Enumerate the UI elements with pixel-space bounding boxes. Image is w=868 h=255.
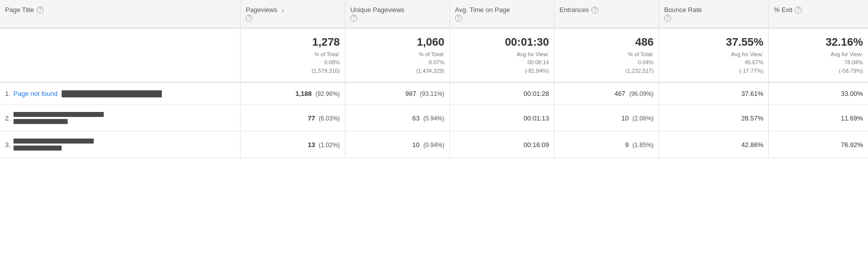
row-entrances-cell: 10 (2.06%) bbox=[554, 105, 659, 132]
row-title-cell: 3. bbox=[0, 132, 241, 158]
row-entrances-cell: 467 (96.09%) bbox=[554, 82, 659, 105]
row-bounce-cell: 42.86% bbox=[659, 132, 769, 158]
row-avgtime-cell: 00:16:09 bbox=[450, 132, 554, 158]
pageviews-value: 77 bbox=[308, 114, 315, 122]
summary-pageviews-cell: 1,278 % of Total: 0.08% (1,579,316) bbox=[241, 28, 345, 83]
row-exit-cell: 11.69% bbox=[769, 105, 868, 132]
row-unique-cell: 63 (5.94%) bbox=[345, 105, 450, 132]
avgtime-help-icon[interactable]: ? bbox=[455, 15, 462, 22]
col-entrances-label: Entrances bbox=[559, 6, 589, 14]
row-number: 1. bbox=[5, 90, 11, 97]
summary-avgtime-main: 00:01:30 bbox=[455, 36, 549, 49]
col-header-unique-pageviews: Unique Pageviews ? bbox=[345, 0, 450, 28]
entrances-pct: (1.85%) bbox=[632, 142, 654, 149]
row-unique-cell: 10 (0.94%) bbox=[345, 132, 450, 158]
bounce-help-icon[interactable]: ? bbox=[664, 15, 671, 22]
row-bounce-cell: 28.57% bbox=[659, 105, 769, 132]
summary-exit-main: 32.16% bbox=[774, 36, 863, 49]
table-row: 1.Page not found1,188 (92.96%)987 (93.11… bbox=[0, 82, 868, 105]
redacted-bar-1 bbox=[14, 139, 94, 144]
col-pageviews-label: Pageviews bbox=[246, 6, 277, 14]
pageviews-value: 13 bbox=[308, 141, 315, 149]
col-header-bounce-rate: Bounce Rate ? bbox=[659, 0, 769, 28]
pageviews-pct: (92.96%) bbox=[314, 90, 340, 97]
row-exit-cell: 76.92% bbox=[769, 132, 868, 158]
col-header-page-title: Page Title ? bbox=[0, 0, 241, 28]
summary-pageviews-sub: % of Total: 0.08% (1,579,316) bbox=[246, 50, 340, 75]
summary-unique-main: 1,060 bbox=[350, 36, 445, 49]
pageviews-pct: (1.02%) bbox=[317, 142, 340, 149]
exit-help-icon[interactable]: ? bbox=[795, 7, 802, 14]
summary-row: 1,278 % of Total: 0.08% (1,579,316) 1,06… bbox=[0, 28, 868, 83]
row-title-cell: 1.Page not found bbox=[0, 82, 241, 105]
pageviews-help-icon[interactable]: ? bbox=[246, 15, 253, 22]
entrances-help-icon[interactable]: ? bbox=[591, 7, 598, 14]
summary-entrances-sub: % of Total: 0.04% (1,232,517) bbox=[559, 50, 654, 75]
col-avgtime-label: Avg. Time on Page bbox=[455, 6, 510, 14]
data-bar bbox=[62, 90, 162, 97]
bar-container bbox=[62, 90, 162, 97]
unique-help-icon[interactable]: ? bbox=[350, 15, 357, 22]
summary-avgtime-cell: 00:01:30 Avg for View: 00:08:14 (-81.84%… bbox=[450, 28, 554, 83]
row-avgtime-cell: 00:01:13 bbox=[450, 105, 554, 132]
pageviews-value: 1,188 bbox=[296, 90, 312, 97]
row-exit-cell: 33.00% bbox=[769, 82, 868, 105]
col-header-avg-time: Avg. Time on Page ? bbox=[450, 0, 554, 28]
summary-avgtime-sub: Avg for View: 00:08:14 (-81.84%) bbox=[455, 50, 549, 75]
row-entrances-cell: 9 (1.85%) bbox=[554, 132, 659, 158]
summary-exit-sub: Avg for View: 78.04% (-58.79%) bbox=[774, 50, 863, 75]
col-unique-label: Unique Pageviews bbox=[350, 6, 404, 14]
entrances-pct: (2.06%) bbox=[632, 115, 654, 122]
unique-pct: (0.94%) bbox=[423, 142, 445, 149]
summary-bounce-sub: Avg for View: 45.67% (-17.77%) bbox=[664, 50, 763, 75]
unique-pct: (93.11%) bbox=[420, 90, 445, 97]
summary-pageviews-main: 1,278 bbox=[246, 36, 340, 49]
page-title-help-icon[interactable]: ? bbox=[37, 7, 44, 14]
summary-entrances-cell: 486 % of Total: 0.04% (1,232,517) bbox=[554, 28, 659, 83]
col-header-pageviews: Pageviews ↓ ? bbox=[241, 0, 345, 28]
summary-unique-cell: 1,060 % of Total: 0.07% (1,434,329) bbox=[345, 28, 450, 83]
summary-bounce-cell: 37.55% Avg for View: 45.67% (-17.77%) bbox=[659, 28, 769, 83]
col-header-pct-exit: % Exit ? bbox=[769, 0, 868, 28]
summary-unique-sub: % of Total: 0.07% (1,434,329) bbox=[350, 50, 445, 75]
row-title-cell: 2. bbox=[0, 105, 241, 132]
table-row: 2.77 (6.03%)63 (5.94%)00:01:1310 (2.06%)… bbox=[0, 105, 868, 132]
row-number: 3. bbox=[5, 141, 11, 149]
pageviews-sort-arrow[interactable]: ↓ bbox=[281, 7, 284, 14]
redacted-bar-2 bbox=[14, 146, 62, 151]
entrances-pct: (96.09%) bbox=[629, 90, 654, 97]
summary-entrances-main: 486 bbox=[559, 36, 654, 49]
page-title-link[interactable]: Page not found bbox=[14, 90, 58, 97]
redacted-bar-2 bbox=[14, 119, 68, 124]
col-header-entrances: Entrances ? bbox=[554, 0, 659, 28]
col-bounce-label: Bounce Rate bbox=[664, 6, 702, 14]
table-row: 3.13 (1.02%)10 (0.94%)00:16:099 (1.85%)4… bbox=[0, 132, 868, 158]
row-bounce-cell: 37.61% bbox=[659, 82, 769, 105]
summary-title-cell bbox=[0, 28, 241, 83]
row-avgtime-cell: 00:01:28 bbox=[450, 82, 554, 105]
row-pageviews-cell: 77 (6.03%) bbox=[241, 105, 345, 132]
summary-bounce-main: 37.55% bbox=[664, 36, 763, 49]
row-pageviews-cell: 13 (1.02%) bbox=[241, 132, 345, 158]
redacted-bar-1 bbox=[14, 112, 104, 117]
row-unique-cell: 987 (93.11%) bbox=[345, 82, 450, 105]
row-pageviews-cell: 1,188 (92.96%) bbox=[241, 82, 345, 105]
unique-pct: (5.94%) bbox=[423, 115, 445, 122]
col-title-label: Page Title bbox=[5, 6, 34, 14]
table-header-row: Page Title ? Pageviews ↓ ? Unique Pagevi… bbox=[0, 0, 868, 28]
row-number: 2. bbox=[5, 114, 11, 122]
col-exit-label: % Exit bbox=[774, 6, 792, 14]
pageviews-pct: (6.03%) bbox=[317, 115, 340, 122]
summary-exit-cell: 32.16% Avg for View: 78.04% (-58.79%) bbox=[769, 28, 868, 83]
